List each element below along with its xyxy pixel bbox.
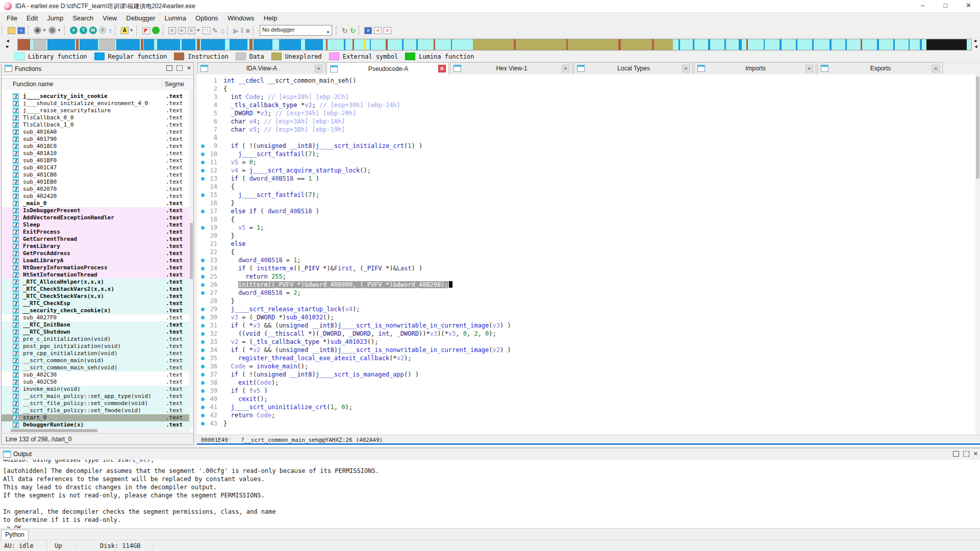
- close-button[interactable]: ✕: [957, 0, 980, 12]
- navigation-band[interactable]: [17, 39, 972, 51]
- function-row[interactable]: fj____raise_securityfailure.text: [2, 107, 193, 114]
- tab-close-icon[interactable]: ✕: [315, 65, 322, 72]
- menu-lumina[interactable]: Lumina: [160, 13, 191, 23]
- run-until-return-icon[interactable]: ↻: [342, 25, 348, 36]
- function-row[interactable]: fFreeLibrary.text: [2, 243, 193, 250]
- pseudocode-vertical-scrollbar[interactable]: [975, 74, 980, 435]
- pseudocode-line[interactable]: 26 initterm((_PVFV *)&dword_408000, (_PV…: [197, 281, 980, 289]
- functions-scroll-thumb[interactable]: [190, 223, 193, 279]
- function-row[interactable]: fsub_402070.text: [2, 186, 193, 193]
- function-row[interactable]: f__security_check_cookie(x).text: [2, 307, 193, 314]
- pseudocode-line[interactable]: 23 dword_40B518 = 1;: [197, 256, 980, 264]
- pseudocode-line[interactable]: 11 v5 = 0;: [197, 158, 980, 166]
- function-row[interactable]: fDebuggerRuntime(x).text: [2, 421, 193, 428]
- output-log[interactable]: 402D16: using guessed type int start_0()…: [0, 460, 980, 529]
- function-row[interactable]: fpost_pgo_initialization(void).text: [2, 343, 193, 350]
- tab-hex-view-1[interactable]: Hex View-1✕: [450, 62, 572, 74]
- clipboard-history-icon[interactable]: ≡▼: [188, 25, 200, 36]
- breakpoint-list-icon[interactable]: ≡: [364, 25, 372, 36]
- function-row[interactable]: fpre_cpp_initialization(void).text: [2, 350, 193, 357]
- function-row[interactable]: fsub_402C30.text: [2, 371, 193, 379]
- menu-help[interactable]: Help: [259, 13, 282, 23]
- tab-imports[interactable]: Imports✕: [694, 62, 816, 74]
- pseudocode-line[interactable]: 31 if ( *v3 && (unsigned __int8)j____scr…: [197, 321, 980, 330]
- pseudocode-line[interactable]: 16 }: [197, 199, 980, 207]
- menu-debugger[interactable]: Debugger: [121, 13, 160, 23]
- function-row[interactable]: fGetCurrentThread.text: [2, 236, 193, 243]
- output-restore-button[interactable]: [953, 451, 959, 457]
- jump-up-icon[interactable]: ↑: [109, 25, 112, 36]
- menu-file[interactable]: File: [2, 13, 22, 23]
- pseudocode-line[interactable]: 36 Code = invoke_main();: [197, 362, 980, 370]
- jump-name-icon[interactable]: T: [80, 25, 87, 36]
- pseudocode-line[interactable]: 32 ((void (__thiscall *)(_DWORD, _DWORD,…: [197, 330, 980, 338]
- function-row[interactable]: fNtQueryInformationProcess.text: [2, 264, 193, 271]
- function-row[interactable]: fj____security_init_cookie.text: [2, 93, 193, 100]
- functions-restore-button[interactable]: [166, 65, 172, 71]
- function-row[interactable]: finvoke_main(void).text: [2, 386, 193, 393]
- function-row[interactable]: f__RTC_CheckEsp.text: [2, 300, 193, 307]
- menu-jump[interactable]: Jump: [42, 13, 68, 23]
- function-row[interactable]: fsub_401CB0.text: [2, 171, 193, 179]
- run-again-icon[interactable]: ↻: [350, 25, 356, 36]
- menu-edit[interactable]: Edit: [22, 13, 42, 23]
- functions-vertical-scrollbar[interactable]: [189, 90, 193, 428]
- pseudocode-line[interactable]: 37 if ( !(unsigned __int8)j____scrt_is_m…: [197, 370, 980, 379]
- function-row[interactable]: f__scrt_common_main(void).text: [2, 357, 193, 364]
- pseudocode-line[interactable]: 28 }: [197, 297, 980, 305]
- tab-local-types[interactable]: Local Types✕: [573, 62, 693, 74]
- open-file-icon[interactable]: [8, 25, 15, 36]
- function-row[interactable]: fj___should_initialize_environment_4_0.t…: [2, 100, 193, 107]
- menu-search[interactable]: Search: [68, 13, 98, 23]
- pseudocode-line[interactable]: 39 if ( !v5 ): [197, 387, 980, 395]
- function-row[interactable]: f_RTC_CheckStackVars(x,x).text: [2, 293, 193, 300]
- function-row[interactable]: fsub_402C50.text: [2, 379, 193, 386]
- paste-icon[interactable]: ≡: [178, 25, 186, 36]
- function-row[interactable]: fsub_4016A0.text: [2, 129, 193, 136]
- restore-snapshot-icon[interactable]: ◎▼: [48, 25, 61, 36]
- function-row[interactable]: f__scrt_main_policy::set_app_type(void).…: [2, 393, 193, 400]
- pseudocode-line[interactable]: 6 char v4; // [esp+3Ah] [ebp-1Ah]: [197, 117, 980, 126]
- pseudocode-line[interactable]: 22 {: [197, 248, 980, 256]
- pseudocode-line[interactable]: 29 j____scrt_release_startup_lock(v4);: [197, 305, 980, 313]
- function-row[interactable]: f_RTC_AllocaHelper(x,x,x).text: [2, 279, 193, 286]
- pseudocode-line[interactable]: 27 dword_40B518 = 2;: [197, 289, 980, 297]
- function-row[interactable]: f__scrt_file_policy::set_commode(void).t…: [2, 400, 193, 407]
- function-row[interactable]: fpre_c_initialization(void).text: [2, 336, 193, 343]
- pseudocode-scroll-thumb[interactable]: [976, 77, 979, 179]
- tab-close-icon[interactable]: ✕: [932, 65, 940, 72]
- trace-list-icon[interactable]: ≡: [384, 25, 391, 36]
- pseudocode-line[interactable]: 15 j____scrt_fastfail(7);: [197, 191, 980, 199]
- pseudocode-line[interactable]: 17 else if ( dword_40B518 ): [197, 207, 980, 215]
- maximize-button[interactable]: □: [934, 0, 957, 12]
- pseudocode-line[interactable]: 24 if ( initterm_e((_PIFV *)&First, (_PI…: [197, 264, 980, 272]
- function-row[interactable]: fLoadLibraryA.text: [2, 257, 193, 264]
- debug-stop-icon[interactable]: ■: [245, 25, 249, 36]
- functions-close-button[interactable]: ✕: [187, 65, 191, 71]
- edit-icon[interactable]: ✎: [212, 25, 218, 36]
- pseudocode-line[interactable]: 10 j____scrt_fastfail(7);: [197, 150, 980, 158]
- pseudocode-line[interactable]: 19 v5 = 1;: [197, 223, 980, 232]
- function-row[interactable]: fSleep.text: [2, 221, 193, 229]
- pseudocode-line[interactable]: 40 cexit();: [197, 395, 980, 403]
- pseudocode-line[interactable]: 3 int Code; // [esp+28h] [ebp-2Ch]: [197, 93, 980, 101]
- function-row[interactable]: fTlsCallback_1_0.text: [2, 121, 193, 129]
- new-window-icon[interactable]: □: [203, 25, 210, 36]
- pseudocode-line[interactable]: 7 char v5; // [esp+3Bh] [ebp-19h]: [197, 126, 980, 134]
- ascii-strings-icon[interactable]: A▼: [121, 25, 134, 36]
- python-tab[interactable]: Python: [1, 530, 29, 540]
- functions-column-header[interactable]: Function name Segme: [2, 78, 193, 91]
- menu-options[interactable]: Options: [191, 13, 223, 23]
- copy-icon[interactable]: ≡: [168, 25, 176, 36]
- function-row[interactable]: fsub_4018C0.text: [2, 143, 193, 150]
- minimize-button[interactable]: –: [911, 0, 934, 12]
- pseudocode-line[interactable]: 14 {: [197, 183, 980, 191]
- function-row[interactable]: fsub_402420.text: [2, 193, 193, 200]
- pseudocode-line[interactable]: 21 else: [197, 240, 980, 248]
- function-row[interactable]: fsub_401C47.text: [2, 164, 193, 171]
- pseudocode-line[interactable]: 34 if ( *v2 && (unsigned __int8)j____scr…: [197, 346, 980, 354]
- nav-band-left-arrows[interactable]: ◄►: [4, 38, 11, 51]
- menu-windows[interactable]: Windows: [223, 13, 259, 23]
- take-snapshot-icon[interactable]: ◉▼: [34, 25, 46, 36]
- function-row[interactable]: fIsDebuggerPresent.text: [2, 207, 193, 214]
